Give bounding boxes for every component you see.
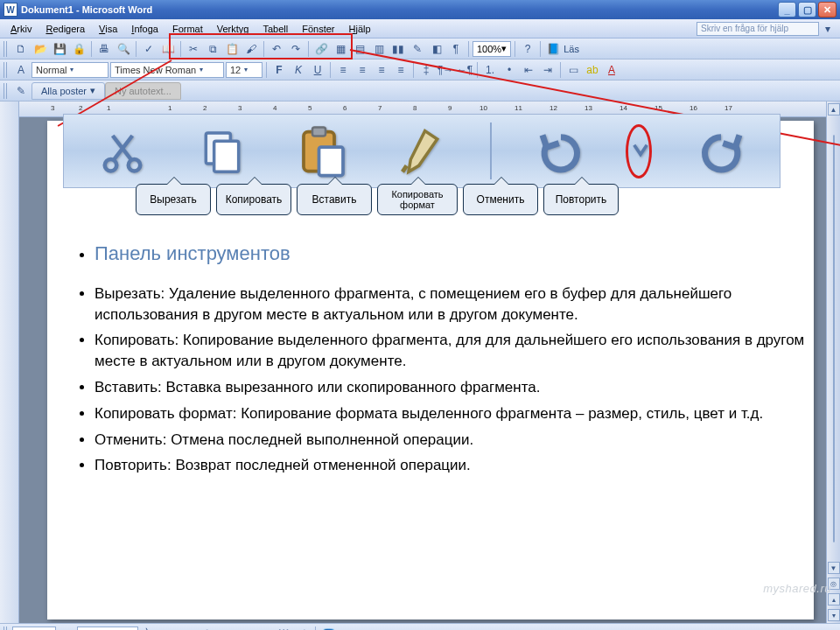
- 3d-icon[interactable]: ◩: [454, 626, 472, 631]
- wordart-icon[interactable]: 𝒜: [236, 626, 254, 631]
- scroll-thumb[interactable]: [833, 135, 835, 542]
- definitions-list: Вырезать: Удаление выделенного фрагмента…: [70, 284, 805, 476]
- showhide-icon[interactable]: ¶: [447, 40, 465, 58]
- word-icon: W: [4, 3, 18, 17]
- rita-menu[interactable]: Rita▾: [12, 626, 56, 631]
- decrease-indent-icon[interactable]: ⇤: [520, 61, 537, 79]
- rectangle-icon[interactable]: ▭: [178, 626, 196, 631]
- figurer-menu[interactable]: Figurer▾: [77, 626, 138, 631]
- line-color-icon[interactable]: ✎: [339, 626, 356, 631]
- arrow-style-icon[interactable]: ⇄: [416, 626, 433, 631]
- drawing-toolbar: Rita▾ ↖ Figurer▾ ╲ ↘ ▭ ◯ A▭ 𝒜 ◉ 🖼 🏞 🪣 ✎ …: [0, 623, 840, 630]
- callout-paste: Вставить: [297, 184, 372, 215]
- toolbar-grip[interactable]: [4, 41, 9, 57]
- textbox-icon[interactable]: A▭: [217, 626, 234, 631]
- minimize-button[interactable]: _: [778, 2, 796, 18]
- new-doc-icon[interactable]: 🗋: [12, 40, 30, 58]
- save-icon[interactable]: 💾: [51, 40, 68, 58]
- highlight-icon[interactable]: ab: [584, 61, 601, 79]
- columns-icon[interactable]: ▮▮: [389, 40, 407, 58]
- annotation-highlight-box: [169, 33, 353, 60]
- toolbar-grip[interactable]: [4, 83, 9, 99]
- content-heading: Панель инструментов: [94, 242, 290, 264]
- print-preview-icon[interactable]: 🔍: [115, 40, 132, 58]
- open-icon[interactable]: 📂: [32, 40, 49, 58]
- shadow-icon[interactable]: ◪: [435, 626, 452, 631]
- arrow-icon[interactable]: ↘: [159, 626, 177, 631]
- svg-point-1: [129, 159, 141, 172]
- menu-infoga[interactable]: Infoga: [124, 22, 165, 36]
- font-color-icon[interactable]: A: [603, 61, 620, 79]
- docmap-icon[interactable]: ◧: [428, 40, 445, 58]
- toolbar-grip[interactable]: [4, 62, 9, 78]
- line-icon[interactable]: ╲: [140, 626, 158, 631]
- help-icon[interactable]: ?: [519, 40, 536, 58]
- annotation-oval: [626, 124, 652, 178]
- autotext-toolbar: ✎ Alla poster▾ Ny autotext...: [0, 80, 840, 102]
- bold-icon[interactable]: F: [270, 61, 288, 79]
- callout-row: Вырезать Копировать Вставить Копировать …: [136, 184, 619, 215]
- menu-arkiv[interactable]: Arkiv: [4, 22, 38, 36]
- scroll-up-icon[interactable]: ▲: [828, 103, 840, 116]
- list-item: Копировать: Копирование выделенного фраг…: [94, 330, 805, 372]
- increase-indent-icon[interactable]: ⇥: [539, 61, 556, 79]
- explanation-content: Панель инструментов Вырезать: Удаление в…: [70, 241, 805, 481]
- svg-rect-5: [312, 127, 326, 136]
- underline-icon[interactable]: U: [309, 61, 326, 79]
- callout-copy: Копировать: [216, 184, 291, 215]
- list-item: Вставить: Вставка вырезанного или скопир…: [94, 377, 805, 398]
- fill-color-icon[interactable]: 🪣: [319, 626, 337, 631]
- menu-bar: Arkiv Redigera Visa Infoga Format Verkty…: [0, 19, 840, 38]
- menu-hjalp[interactable]: Hjälp: [342, 22, 696, 36]
- list-item: Вырезать: Удаление выделенного фрагмента…: [94, 284, 805, 326]
- autotext-small-icon[interactable]: ✎: [12, 82, 30, 100]
- line-style-icon[interactable]: ≡: [377, 626, 395, 631]
- separator: [490, 122, 492, 179]
- next-page-icon[interactable]: ▾: [828, 609, 840, 621]
- zoom-combo[interactable]: 100% ▾: [472, 41, 511, 57]
- drawing-icon[interactable]: ✎: [409, 40, 426, 58]
- fontsize-combo[interactable]: 12▾: [226, 62, 262, 78]
- align-center-icon[interactable]: ≡: [354, 61, 371, 79]
- align-left-icon[interactable]: ≡: [334, 61, 352, 79]
- borders-icon[interactable]: ▭: [564, 61, 582, 79]
- menu-redigera[interactable]: Redigera: [38, 22, 92, 36]
- cut-big-icon: [92, 121, 153, 182]
- maximize-button[interactable]: ▢: [798, 2, 816, 18]
- print-icon[interactable]: 🖶: [95, 40, 113, 58]
- picture-icon[interactable]: 🏞: [294, 626, 312, 631]
- close-button[interactable]: ✕: [818, 2, 836, 18]
- vertical-scrollbar[interactable]: ▲ ▼ ◎ ▴ ▾: [826, 102, 840, 623]
- copy-big-icon: [192, 121, 253, 182]
- tab-alla-poster[interactable]: Alla poster▾: [32, 82, 105, 100]
- italic-icon[interactable]: K: [290, 61, 307, 79]
- menu-visa[interactable]: Visa: [92, 22, 124, 36]
- scroll-down-icon[interactable]: ▼: [828, 562, 840, 574]
- spellcheck-icon[interactable]: ✓: [140, 40, 158, 58]
- select-objects-icon[interactable]: ↖: [58, 626, 75, 631]
- insert-table-icon[interactable]: ▤: [351, 40, 368, 58]
- menu-dropdown-icon[interactable]: ▾: [819, 20, 836, 38]
- align-justify-icon[interactable]: ≡: [392, 61, 410, 79]
- font-combo[interactable]: Times New Roman▾: [110, 62, 224, 78]
- toolbar-grip[interactable]: [4, 626, 9, 631]
- styles-pane-icon[interactable]: A: [12, 61, 30, 79]
- watermark: myshared.ru: [763, 582, 831, 595]
- permissions-icon[interactable]: 🔒: [70, 40, 88, 58]
- dash-style-icon[interactable]: ┄: [396, 626, 414, 631]
- align-right-icon[interactable]: ≡: [373, 61, 390, 79]
- font-color2-icon[interactable]: A: [358, 626, 375, 631]
- bulleted-list-icon[interactable]: •: [500, 61, 518, 79]
- list-item: Отменить: Отмена последней выполненной о…: [94, 430, 805, 451]
- diagram-icon[interactable]: ◉: [256, 626, 273, 631]
- read-mode-icon[interactable]: 📘: [544, 40, 562, 58]
- vertical-ruler[interactable]: [0, 102, 19, 623]
- oval-icon[interactable]: ◯: [198, 626, 215, 631]
- callout-undo: Отменить: [463, 184, 538, 215]
- ask-question-box[interactable]: Skriv en fråga för hjälp: [696, 22, 819, 36]
- clipart-icon[interactable]: 🖼: [275, 626, 292, 631]
- prev-page-icon[interactable]: ▴: [828, 593, 840, 606]
- style-combo[interactable]: Normal▾: [32, 62, 108, 78]
- callout-format-painter: Копировать формат: [377, 184, 458, 215]
- callout-redo: Повторить: [543, 184, 619, 215]
